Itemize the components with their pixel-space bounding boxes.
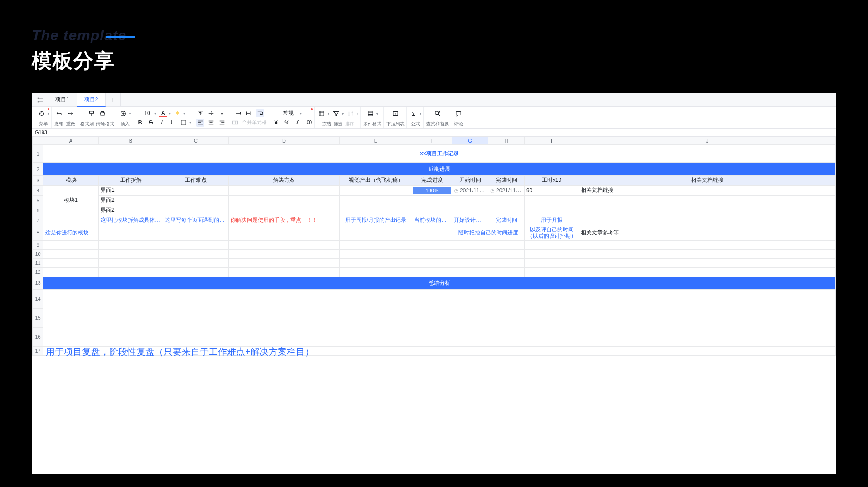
row-17[interactable]: 17 (33, 346, 43, 355)
sheets-list-icon[interactable] (32, 97, 48, 103)
row-7[interactable]: 7 (33, 215, 43, 225)
cell-E4[interactable] (340, 186, 412, 196)
col-D[interactable]: D (229, 137, 340, 145)
hint-F7[interactable]: 当前模块的进度表 (412, 215, 452, 225)
cell-H4[interactable]: 2021/11/19 (488, 186, 525, 196)
sheet-tab-2[interactable]: 项目2 (77, 93, 106, 107)
sort-button[interactable] (347, 110, 355, 118)
bold-button[interactable]: B (136, 119, 144, 127)
undo-button[interactable] (55, 110, 63, 118)
row-12[interactable]: 12 (33, 267, 43, 277)
cell-G4[interactable]: 2021/11/11 (452, 186, 488, 196)
cond-format-button[interactable] (366, 110, 375, 118)
filter-button[interactable] (332, 110, 340, 118)
italic-button[interactable]: I (158, 119, 166, 127)
hint-H7[interactable]: 完成时间 (488, 215, 525, 225)
hint-A8[interactable]: 这是你进行的模块设计 (43, 225, 99, 241)
hdr-end[interactable]: 完成时间 (488, 176, 525, 186)
redo-button[interactable] (66, 110, 74, 118)
wrap-wrap-button[interactable] (256, 109, 264, 117)
hdr-difficulty[interactable]: 工作难点 (163, 176, 229, 186)
hdr-solution[interactable]: 解决方案 (229, 176, 340, 186)
wrap-overflow-button[interactable] (234, 109, 242, 117)
hdr-start[interactable]: 开始时间 (452, 176, 488, 186)
row-4[interactable]: 4 (33, 186, 43, 196)
cell-J7[interactable] (579, 215, 836, 225)
row-5[interactable]: 5 (33, 196, 43, 205)
find-replace-button[interactable] (434, 110, 442, 118)
col-J[interactable]: J (579, 137, 836, 145)
merge-cells-button[interactable] (231, 119, 239, 127)
hint-J8[interactable]: 相关文章参考等 (579, 225, 836, 241)
hdr-hours[interactable]: 工时x10 (525, 176, 579, 186)
decrease-decimal-button[interactable]: .0 (294, 119, 302, 127)
border-button[interactable] (179, 119, 188, 127)
formula-button[interactable]: Σ (410, 110, 418, 118)
row-3[interactable]: 3 (33, 176, 43, 186)
col-B[interactable]: B (99, 137, 163, 145)
currency-button[interactable]: ¥ (272, 119, 280, 127)
valign-top-button[interactable] (196, 109, 204, 117)
hint-GH8[interactable]: 随时把控自己的时间进度 (452, 225, 525, 241)
cell-B5[interactable]: 界面2 (99, 196, 163, 205)
row-15[interactable]: 15 (33, 308, 43, 327)
row-8[interactable]: 8 (33, 225, 43, 241)
row-10[interactable]: 10 (33, 249, 43, 258)
hdr-module[interactable]: 模块 (43, 176, 99, 186)
clear-format-button[interactable] (98, 110, 106, 118)
row-14[interactable]: 14 (33, 289, 43, 308)
cell-B6[interactable]: 界面2 (99, 205, 163, 215)
col-A[interactable]: A (43, 137, 99, 145)
paint-format-button[interactable] (87, 110, 96, 118)
align-center-button[interactable] (207, 119, 215, 127)
number-format-select[interactable]: 常规 (283, 110, 294, 117)
cell-I4[interactable]: 90 (525, 186, 579, 196)
hint-I8[interactable]: 以及评自己的时间（以后的设计排期） (525, 225, 579, 241)
hint-D7[interactable]: 你解决问题使用的手段，重点！！！ (229, 215, 340, 225)
insert-button[interactable] (119, 110, 127, 118)
doc-title-cell[interactable]: xx项目工作记录 (43, 145, 836, 163)
percent-button[interactable]: % (283, 119, 291, 127)
row-1[interactable]: 1 (33, 145, 43, 163)
hint-G7[interactable]: 开始设计时间 (452, 215, 488, 225)
hint-C7[interactable]: 这里写每个页面遇到的设计问题 (163, 215, 229, 225)
section-recent[interactable]: 近期进展 (43, 163, 836, 176)
dropdown-list-button[interactable] (391, 110, 400, 118)
valign-bot-button[interactable] (218, 109, 226, 117)
hint-E7[interactable]: 用于周报/月报的产出记录 (340, 215, 412, 225)
freeze-button[interactable] (318, 110, 326, 118)
cell-C4[interactable] (163, 186, 229, 196)
hdr-visual[interactable]: 视觉产出（含飞机稿） (340, 176, 412, 186)
font-size-input[interactable]: 10 (142, 110, 153, 117)
add-sheet-button[interactable]: + (106, 93, 121, 107)
row-6[interactable]: 6 (33, 205, 43, 215)
wrap-clip-button[interactable] (245, 109, 253, 117)
col-G[interactable]: G (452, 137, 488, 145)
spreadsheet-grid[interactable]: A B C D E F G H I J 1xx项目工作记录 2近期进展 3 模块 (32, 137, 836, 474)
col-F[interactable]: F (412, 137, 452, 145)
font-color-button[interactable]: A (159, 109, 167, 117)
row-16[interactable]: 16 (33, 327, 43, 346)
summary-note[interactable]: 用于项目复盘，阶段性复盘（只要来自于工作难点+解决方案栏目） (46, 346, 314, 362)
col-E[interactable]: E (340, 137, 412, 145)
menu-icon[interactable] (38, 110, 46, 118)
align-right-button[interactable] (218, 119, 226, 127)
cell-D4[interactable] (229, 186, 340, 196)
hdr-link[interactable]: 相关文档链接 (579, 176, 836, 186)
comment-button[interactable] (454, 110, 463, 118)
valign-mid-button[interactable] (207, 109, 215, 117)
hdr-progress[interactable]: 完成进度 (412, 176, 452, 186)
col-I[interactable]: I (525, 137, 579, 145)
module1-cell[interactable]: 模块1 (43, 186, 99, 215)
row-11[interactable]: 11 (33, 258, 43, 267)
col-C[interactable]: C (163, 137, 229, 145)
cell-F4[interactable]: 100% (412, 186, 452, 196)
fill-color-button[interactable] (174, 109, 182, 117)
hdr-breakdown[interactable]: 工作拆解 (99, 176, 163, 186)
row-13[interactable]: 13 (33, 277, 43, 289)
row-2[interactable]: 2 (33, 163, 43, 176)
cell-A7[interactable] (43, 215, 99, 225)
strikethrough-button[interactable]: S (147, 119, 155, 127)
hint-I7[interactable]: 用于月报 (525, 215, 579, 225)
section-summary[interactable]: 总结分析 (43, 277, 836, 289)
